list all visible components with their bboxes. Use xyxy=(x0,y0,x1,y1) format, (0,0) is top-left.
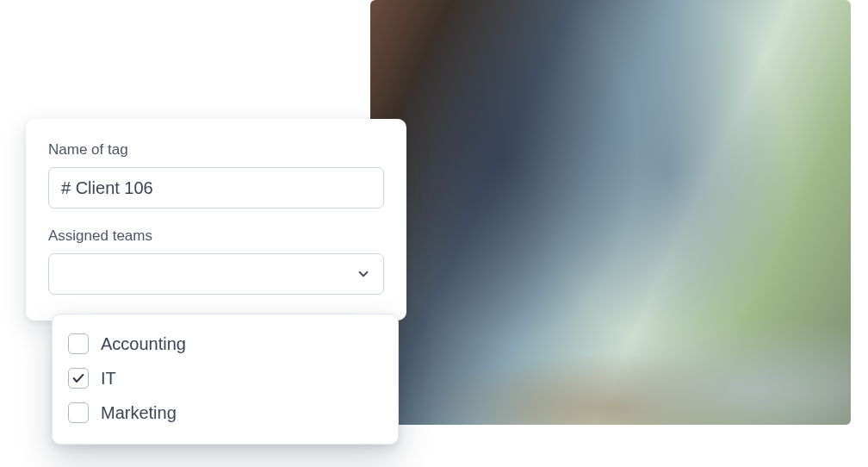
tag-form-card: Name of tag Assigned teams xyxy=(26,119,406,321)
team-option-it[interactable]: IT xyxy=(68,361,382,395)
tag-name-label: Name of tag xyxy=(48,141,384,159)
team-option-label: Accounting xyxy=(101,334,186,354)
checkbox-icon[interactable] xyxy=(68,402,89,423)
team-option-accounting[interactable]: Accounting xyxy=(68,327,382,361)
teams-dropdown: Accounting IT Marketing xyxy=(52,314,399,445)
tag-name-input[interactable] xyxy=(48,167,384,209)
team-option-marketing[interactable]: Marketing xyxy=(68,395,382,430)
chevron-down-icon xyxy=(356,266,371,282)
checkbox-icon[interactable] xyxy=(68,333,89,354)
checkbox-icon[interactable] xyxy=(68,368,89,389)
team-option-label: Marketing xyxy=(101,403,177,423)
assigned-teams-label: Assigned teams xyxy=(48,227,384,245)
team-option-label: IT xyxy=(101,369,116,389)
background-photo xyxy=(370,0,851,425)
assigned-teams-select[interactable] xyxy=(48,253,384,295)
